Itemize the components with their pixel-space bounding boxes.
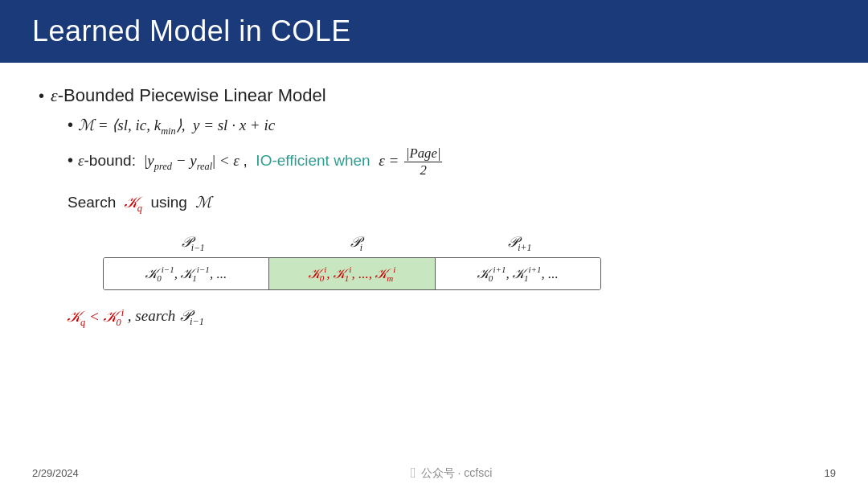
main-bullet-1-text: ε-Bounded Piecewise Linear Model [51, 85, 326, 106]
wechat-icon:  [411, 465, 416, 482]
page-label-0: 𝒫i−1 [111, 234, 274, 253]
footer-brand-text: 公众号 · ccfsci [421, 466, 493, 481]
table-cell-0: 𝒦0i−1, 𝒦1i−1, ... [104, 258, 269, 289]
main-bullet-1: • ε-Bounded Piecewise Linear Model [39, 85, 829, 106]
result-kq: 𝒦q < 𝒦0i [68, 308, 128, 325]
slide-header: Learned Model in COLE [0, 0, 868, 63]
footer-date: 2/29/2024 [32, 467, 79, 479]
sub-bullet-1-text: ℳ = ⟨sl, ic, kmin⟩, y = sl · x + ic [78, 116, 275, 137]
table-cell-1: 𝒦0i, 𝒦1i, ..., 𝒦mi [269, 258, 435, 289]
bullet-dot-sub1: • [68, 116, 73, 134]
slide-title: Learned Model in COLE [32, 14, 351, 48]
bullet-dot-1: • [39, 87, 44, 105]
sub-bullet-1: • ℳ = ⟨sl, ic, kmin⟩, y = sl · x + ic [68, 116, 829, 137]
partition-table: 𝒦0i−1, 𝒦1i−1, ... 𝒦0i, 𝒦1i, ..., 𝒦mi 𝒦0i… [103, 257, 601, 290]
footer-page-number: 19 [825, 467, 836, 479]
diagram-area: 𝒫i−1 𝒫i 𝒫i+1 𝒦0i−1, 𝒦1i−1, ... 𝒦0i, 𝒦1i,… [103, 234, 829, 291]
slide-content: • ε-Bounded Piecewise Linear Model • ℳ =… [0, 63, 868, 460]
slide-footer: 2/29/2024  公众号 · ccfsci 19 [0, 460, 868, 488]
page-label-1: 𝒫i [274, 234, 437, 253]
sub-bullet-2: • ε-bound: |ypred − yreal| < ε , IO-effi… [68, 146, 829, 178]
page-labels-row: 𝒫i−1 𝒫i 𝒫i+1 [103, 234, 601, 253]
page-label-2: 𝒫i+1 [438, 234, 601, 253]
search-line: Search 𝒦q using ℳ [68, 193, 829, 215]
sub-bullet-2-text: ε-bound: |ypred − yreal| < ε , IO-effici… [78, 146, 444, 178]
table-cell-2: 𝒦0i+1, 𝒦1i+1, ... [436, 258, 600, 289]
slide: Learned Model in COLE • ε-Bounded Piecew… [0, 0, 868, 488]
footer-brand:  公众号 · ccfsci [411, 465, 492, 482]
bullet-dot-sub2: • [68, 151, 73, 170]
result-line: 𝒦q < 𝒦0i , search 𝒫i−1 [68, 306, 829, 328]
